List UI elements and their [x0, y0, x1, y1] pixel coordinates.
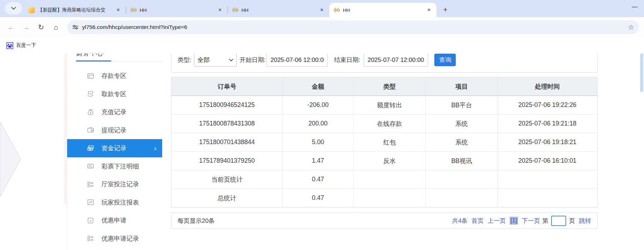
current-page[interactable]: [1]	[510, 217, 518, 225]
cell-stats-label: 总统计	[171, 189, 283, 207]
tab-forum[interactable]: 【新提醒】海燕策略论坛综合交 ×	[24, 3, 126, 17]
cell-amount: 0.47	[283, 170, 353, 189]
close-icon[interactable]: ×	[318, 6, 326, 14]
sidebar-item-deposit-zone[interactable]: 存款专区	[67, 67, 162, 85]
total-count: 共4条	[452, 217, 468, 225]
close-icon[interactable]: ×	[114, 6, 122, 14]
sidebar-item-hall-bet-records[interactable]: 厅室投注记录	[67, 175, 162, 193]
reload-button[interactable]: ↻	[35, 21, 47, 33]
tab-hh-active[interactable]: HH ×	[329, 3, 436, 17]
grid-list-icon	[87, 181, 94, 188]
cell-project: 系统	[426, 133, 498, 152]
forward-button[interactable]: →	[20, 21, 32, 33]
jump-link[interactable]: 跳转	[579, 217, 591, 225]
sidebar-item-lottery-bet-detail[interactable]: 彩票下注明细	[67, 157, 162, 176]
list-card-icon	[87, 163, 94, 170]
filter-panel: 类型: 全部 开始日期: 结束日期: 查询	[171, 54, 598, 73]
new-tab-button[interactable]: +	[440, 4, 451, 15]
watermark-triangle	[0, 118, 25, 200]
sidebar-item-withdrawal-records[interactable]: 提现记录	[67, 121, 162, 139]
bookmark-baidu[interactable]: 百度一下	[6, 42, 36, 49]
site-settings-icon[interactable]	[72, 24, 79, 30]
type-select[interactable]: 全部	[194, 54, 237, 67]
cell-type: 在线存款	[353, 114, 426, 133]
end-date-input[interactable]	[364, 54, 428, 67]
cell-type: 额度转出	[353, 96, 426, 114]
svg-text:¥: ¥	[90, 111, 91, 114]
grid-list-icon	[87, 235, 94, 242]
table-row-page-stats: 当前页统计 0.47	[171, 170, 598, 189]
prev-page-link[interactable]: 上一页	[488, 217, 506, 225]
minimize-button[interactable]: —	[632, 4, 638, 10]
pager: 共4条 首页 上一页 [1] 下一页 第 页 跳转	[448, 216, 591, 226]
query-button[interactable]: 查询	[434, 54, 456, 66]
close-icon[interactable]: ×	[425, 6, 433, 14]
browser-toolbar: ← → ↻ ⌂ yl756.com/hhcp/usercenter.html?i…	[0, 17, 644, 37]
address-bar[interactable]: yl756.com/hhcp/usercenter.html?iniType=6…	[67, 20, 639, 34]
cell-order-id: 1751800878431308	[171, 114, 283, 133]
home-button[interactable]: ⌂	[50, 21, 62, 33]
tab-title: 【新提醒】海燕策略论坛综合交	[38, 7, 114, 13]
chevron-down-icon	[229, 59, 233, 62]
sidebar-item-funds-records[interactable]: 资金记录 ›	[67, 139, 162, 157]
close-icon[interactable]: ×	[216, 6, 224, 14]
tab-title: HH	[140, 8, 216, 13]
tab-title: HH	[241, 8, 318, 13]
sidebar-item-withdraw-zone[interactable]: 取款专区	[67, 85, 162, 103]
tab-hh-1[interactable]: HH ×	[126, 3, 228, 17]
cell-process-time: 2025-07-06 19:18:21	[498, 133, 598, 152]
url-text[interactable]: yl756.com/hhcp/usercenter.html?iniType=6	[82, 24, 628, 30]
gold-bars-favicon-icon	[232, 7, 238, 13]
cell-empty	[353, 189, 426, 207]
per-page-label: 每页显示20条	[178, 217, 215, 225]
bookmark-star-icon[interactable]: ☆	[628, 23, 634, 31]
cell-stats-label: 当前页统计	[171, 170, 283, 189]
sidebar-item-player-bet-report[interactable]: 玩家投注报表	[67, 193, 162, 212]
funds-records-table: 订单号 金额 类型 项目 处理时间 1751800946524125 -206.…	[171, 77, 598, 207]
chevron-right-icon: ›	[154, 144, 156, 152]
cell-process-time: 2025-07-06 16:10:01	[498, 152, 598, 170]
cell-type: 反水	[353, 152, 426, 170]
cell-project: BB平台	[426, 96, 498, 114]
cell-amount: 5.00	[283, 133, 353, 152]
coupon-icon: ¥	[87, 217, 94, 224]
sidebar-menu: 存款专区 取款专区 ¥ 充值记录 提现记录 资金记录 ›	[67, 67, 162, 247]
sidebar-item-promo-apply[interactable]: ¥ 优惠申请	[67, 211, 162, 230]
tab-hh-2[interactable]: HH ×	[228, 3, 329, 17]
next-page-link[interactable]: 下一页	[522, 217, 540, 225]
sidebar-item-label: 取款专区	[101, 90, 126, 98]
cell-amount: -206.00	[283, 96, 353, 114]
table-row: 1751800946524125 -206.00 额度转出 BB平台 2025-…	[171, 96, 598, 114]
tab-strip: 【新提醒】海燕策略论坛综合交 × HH × HH × HH × + —	[0, 0, 644, 17]
baidu-paw-icon	[6, 42, 13, 49]
first-page-link[interactable]: 首页	[471, 217, 484, 225]
page-suffix-label: 页	[569, 217, 575, 225]
moneybag-icon: ¥	[87, 109, 94, 116]
type-select-value: 全部	[198, 56, 229, 64]
table-header-row: 订单号 金额 类型 项目 处理时间	[171, 77, 598, 96]
sidebar-item-promo-apply-records[interactable]: 优惠申请记录	[67, 230, 162, 248]
pagination-bar: 每页显示20条 共4条 首页 上一页 [1] 下一页 第 页 跳转	[171, 212, 598, 229]
cell-amount: 0.47	[283, 189, 353, 207]
page-content: 财务中心 存款专区 取款专区 ¥ 充值记录 提现记录	[0, 54, 644, 250]
page-number-input[interactable]	[551, 216, 566, 226]
cell-empty	[498, 170, 598, 189]
cell-process-time: 2025-07-06 19:21:18	[498, 114, 598, 133]
sidebar-item-label: 充值记录	[101, 108, 126, 116]
bookmarks-bar: 百度一下	[0, 37, 644, 54]
cell-order-id: 1751800946524125	[171, 96, 283, 114]
table-row: 1751800701438844 5.00 红包 系统 2025-07-06 1…	[171, 133, 598, 152]
cell-empty	[353, 170, 426, 189]
start-date-input[interactable]	[266, 54, 328, 67]
cell-empty	[426, 170, 498, 189]
tab-search-button[interactable]	[5, 2, 22, 14]
cell-order-id: 1751789401379250	[171, 152, 283, 170]
sidebar-item-label: 提现记录	[101, 126, 126, 134]
back-button[interactable]: ←	[5, 21, 17, 33]
col-project: 项目	[426, 77, 498, 96]
sidebar-item-label: 玩家投注报表	[101, 198, 139, 207]
sidebar-item-recharge-records[interactable]: ¥ 充值记录	[67, 103, 162, 121]
tab-title: HH	[343, 8, 425, 13]
table-row: 1751800878431308 200.00 在线存款 系统 2025-07-…	[171, 114, 598, 133]
bookmark-label: 百度一下	[16, 42, 36, 49]
